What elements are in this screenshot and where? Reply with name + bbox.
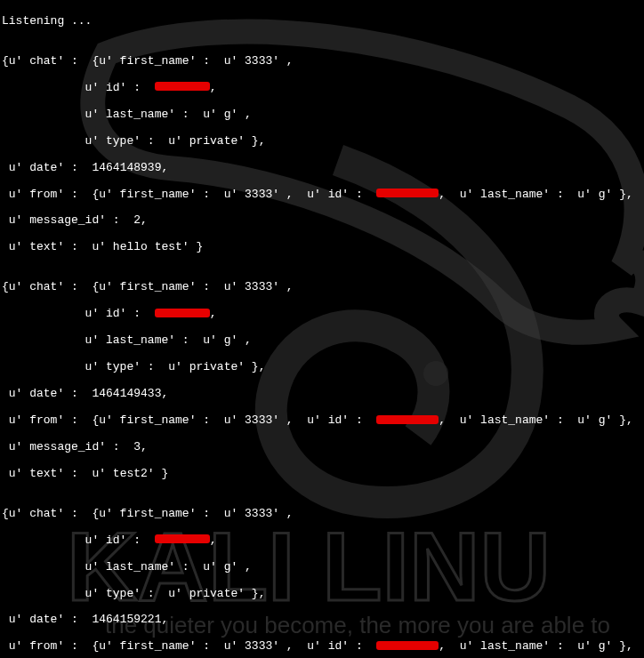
val: private bbox=[189, 134, 238, 148]
val: 3333 bbox=[245, 54, 272, 68]
output-line: {u' chat' : {u' first_name' : u' 3333' , bbox=[2, 281, 644, 294]
output-line: {u' chat' : {u' first_name' : u' 3333' , bbox=[2, 508, 644, 521]
output-line: {u' chat' : {u' first_name' : u' 3333' , bbox=[2, 55, 644, 68]
output-line: u' id' : , bbox=[2, 82, 644, 95]
output-line: u' last_name' : u' g' , bbox=[2, 108, 644, 122]
val: private bbox=[189, 360, 238, 373]
output-line: u' from' : {u' first_name' : u' 3333' , … bbox=[2, 640, 644, 654]
output-line: u' from' : {u' first_name' : u' 3333' , … bbox=[2, 414, 644, 428]
output-line: u' last_name' : u' g' , bbox=[2, 334, 644, 348]
output-line: u' id' : , bbox=[2, 308, 644, 321]
output-line: u' date' : 1464149433, bbox=[2, 388, 644, 401]
output-line: u' last_name' : u' g' , bbox=[2, 561, 644, 574]
output-line: u' from' : {u' first_name' : u' 3333' , … bbox=[2, 189, 644, 202]
val: g bbox=[224, 108, 231, 121]
terminal-output: Listening ... {u' chat' : {u' first_name… bbox=[0, 0, 644, 658]
output-line: u' text' : u' test2' } bbox=[2, 468, 644, 481]
val: 1464159221 bbox=[92, 613, 161, 626]
listening-line: Listening ... bbox=[2, 15, 644, 28]
output-line: u' message_id' : 3, bbox=[2, 441, 644, 454]
val: test2 bbox=[113, 467, 148, 480]
output-line: u' date' : 1464148939, bbox=[2, 162, 644, 175]
redacted-id bbox=[155, 534, 210, 543]
val: g bbox=[224, 560, 231, 574]
val: 2 bbox=[133, 213, 141, 227]
val: 3 bbox=[133, 440, 141, 453]
output-line: u' id' : , bbox=[2, 534, 644, 548]
val: 1464148939 bbox=[92, 161, 161, 174]
output-line: u' message_id' : 2, bbox=[2, 214, 644, 228]
redacted-id bbox=[376, 189, 439, 197]
val: g bbox=[599, 413, 606, 427]
val: 1464149433 bbox=[92, 387, 161, 400]
output-line: u' text' : u' hello test' } bbox=[2, 241, 644, 254]
redacted-id bbox=[376, 641, 439, 650]
val: 3333 bbox=[245, 413, 272, 427]
redacted-id bbox=[155, 82, 210, 91]
val: hello test bbox=[113, 240, 182, 253]
output-line: u' type' : u' private' }, bbox=[2, 135, 644, 148]
output-line: u' type' : u' private' }, bbox=[2, 588, 644, 601]
val: 3333 bbox=[245, 507, 272, 520]
redacted-id bbox=[376, 415, 439, 424]
output-line: u' type' : u' private' }, bbox=[2, 361, 644, 374]
val: g bbox=[599, 188, 606, 201]
val: 3333 bbox=[245, 188, 272, 201]
val: g bbox=[224, 333, 231, 347]
val: g bbox=[599, 639, 606, 653]
val: private bbox=[189, 587, 238, 600]
val: 3333 bbox=[245, 639, 272, 653]
redacted-id bbox=[155, 309, 210, 317]
val: 3333 bbox=[245, 280, 272, 293]
output-line: u' date' : 1464159221, bbox=[2, 614, 644, 627]
